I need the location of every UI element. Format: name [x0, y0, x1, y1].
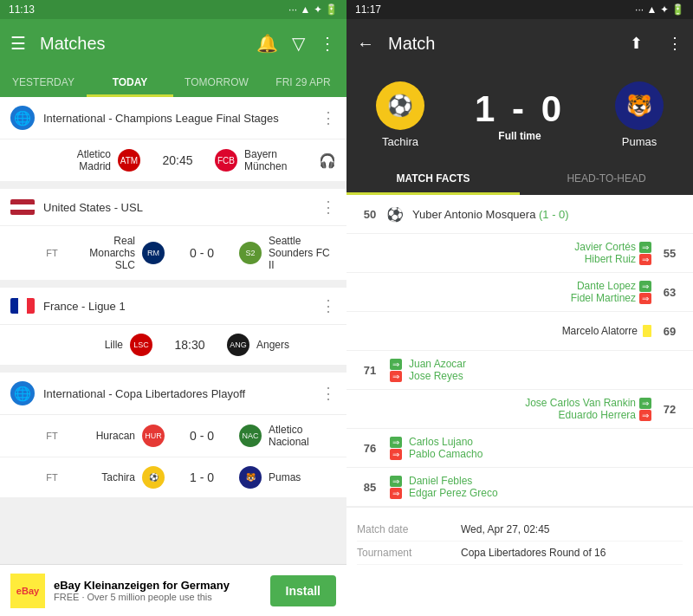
- match-row[interactable]: Lille LSC 18:30 ANG Angers: [0, 325, 346, 366]
- match-row[interactable]: Atletico Madrid ATM 20:45 FCB Bayern Mün…: [0, 139, 346, 182]
- tachira-crest: ⚽: [376, 81, 424, 130]
- info-row-date: Match date Wed, Apr 27, 02:45: [357, 518, 683, 541]
- hamburger-menu-icon[interactable]: ☰: [10, 33, 26, 54]
- player-martinez: Fidel Martinez: [571, 292, 636, 304]
- team-right-angers: Angers: [256, 339, 336, 351]
- fact-content-69: Marcelo Alatorre: [407, 325, 657, 337]
- status-icons-left: ··· ▲ ✦ 🔋: [288, 3, 338, 16]
- player-greco: Edgar Perez Greco: [409, 487, 498, 499]
- globe-icon: 🌐: [10, 106, 35, 130]
- tab-today[interactable]: TODAY: [87, 68, 173, 97]
- fact-row-goal-50: 50 ⚽ Yuber Antonio Mosquera (1 - 0): [346, 195, 693, 234]
- match-row[interactable]: FT Huracan HUR 0 - 0 NAC Atletico Nacion…: [0, 415, 346, 457]
- share-icon[interactable]: ⬆: [630, 34, 643, 53]
- fact-player-mosquera: Yuber Antonio Mosquera (1 - 0): [407, 208, 683, 221]
- league-name-usl: United States - USL: [43, 201, 312, 214]
- ad-subtitle: FREE · Over 5 million people use this: [54, 592, 262, 602]
- league-champions: 🌐 International - Champions League Final…: [0, 97, 346, 182]
- match-score-display: 1 - 0: [475, 88, 565, 130]
- player-reyes: Jose Reyes: [409, 370, 463, 382]
- fact-content-72: Jose Carlos Van Rankin ⇒ Eduardo Herrera…: [407, 397, 657, 421]
- tab-fri[interactable]: FRI 29 APR: [260, 68, 346, 97]
- sub-in-line-febles: ⇒ Daniel Febles: [390, 475, 472, 487]
- sub-out-line-greco: ⇒ Edgar Perez Greco: [390, 487, 498, 499]
- headphone-icon: 🎧: [319, 152, 336, 169]
- sub-out-line-martinez: Fidel Martinez ⇒: [571, 292, 651, 304]
- sub-out-line-ruiz: Hibert Ruiz ⇒: [585, 253, 651, 265]
- league-more-libertadores[interactable]: ⋮: [321, 384, 336, 403]
- player-alatorre: Marcelo Alatorre: [562, 325, 638, 337]
- league-more-champions[interactable]: ⋮: [321, 108, 336, 127]
- sub-out-arrow-reyes: ⇒: [390, 371, 402, 382]
- team-right-sounders: Seattle Sounders FC II: [269, 235, 336, 271]
- team-left-tachira: Tachira: [68, 471, 135, 483]
- match-score-tachira: 1 - 0: [172, 470, 232, 484]
- player-lujano: Carlos Lujano: [409, 436, 473, 448]
- small-tachira-logo: ⚽: [142, 466, 165, 489]
- back-button[interactable]: ←: [357, 34, 374, 54]
- app-title: Matches: [40, 34, 243, 54]
- team-left-atletico: Atletico Madrid: [43, 148, 111, 172]
- sub-in-arrow-vanrankin: ⇒: [639, 398, 651, 409]
- player-lopez: Dante Lopez: [577, 280, 636, 292]
- sub-in-arrow-lopez: ⇒: [639, 281, 651, 292]
- fact-row-sub-85: 85 ⇒ Daniel Febles ⇒ Edgar Perez Greco: [346, 468, 693, 507]
- tab-match-facts[interactable]: MATCH FACTS: [346, 162, 520, 195]
- league-more-usl[interactable]: ⋮: [321, 198, 336, 217]
- league-name-libertadores: International - Copa Libertadores Playof…: [43, 387, 312, 400]
- team-left-huracan: Huracan: [68, 430, 135, 442]
- more-options-icon[interactable]: ⋮: [319, 33, 336, 54]
- fact-minute-85: 85: [357, 481, 383, 494]
- league-more-ligue1[interactable]: ⋮: [321, 296, 336, 315]
- match-row[interactable]: FT Real Monarchs SLC RM 0 - 0 S2 Seattle…: [0, 226, 346, 281]
- team-right-nacional: Atletico Nacional: [269, 424, 336, 448]
- install-button[interactable]: Install: [270, 575, 336, 606]
- spacer: [383, 280, 407, 304]
- status-bar-left: 11:13 ··· ▲ ✦ 🔋: [0, 0, 346, 19]
- sub-out-arrow-ruiz: ⇒: [639, 254, 651, 265]
- status-bar-right: 11:17 ··· ▲ ✦ 🔋: [346, 0, 693, 19]
- team-left-lille: Lille: [43, 339, 123, 351]
- player-vanrankin: Jose Carlos Van Rankin: [525, 397, 636, 409]
- tab-tomorrow[interactable]: TOMORROW: [173, 68, 260, 97]
- sub-out-arrow-greco: ⇒: [390, 488, 402, 499]
- match-status-display: Full time: [475, 130, 565, 142]
- sub-out-line-herrera: Eduardo Herrera ⇒: [559, 409, 651, 421]
- tab-yesterday[interactable]: YESTERDAY: [0, 68, 87, 97]
- sub-in-arrow-azocar: ⇒: [390, 359, 402, 370]
- match-status-tachira: FT: [43, 472, 61, 483]
- league-name-champions: International - Champions League Final S…: [43, 112, 312, 125]
- player-febles: Daniel Febles: [409, 475, 472, 487]
- monarchs-logo: RM: [142, 242, 165, 264]
- league-header-champions: 🌐 International - Champions League Final…: [0, 97, 346, 139]
- player-cortes: Javier Cortés: [574, 241, 636, 253]
- league-usl: United States - USL ⋮ FT Real Monarchs S…: [0, 189, 346, 281]
- ad-title: eBay Kleinanzeigen for Germany: [54, 579, 262, 592]
- match-row[interactable]: FT Tachira ⚽ 1 - 0 🐯 Pumas: [0, 457, 346, 498]
- more-options-right-icon[interactable]: ⋮: [667, 34, 683, 53]
- sub-in-arrow-cortes: ⇒: [639, 242, 651, 253]
- pumas-crest: 🐯: [615, 81, 664, 130]
- fact-content-55: Javier Cortés ⇒ Hibert Ruiz ⇒: [407, 241, 657, 265]
- fact-content-63: Dante Lopez ⇒ Fidel Martinez ⇒: [407, 280, 657, 304]
- filter-icon[interactable]: ▽: [292, 33, 305, 54]
- right-panel: 11:17 ··· ▲ ✦ 🔋 ← Match ⬆ ⋮ ⚽ Tachira 1 …: [346, 0, 693, 616]
- facts-list: 50 ⚽ Yuber Antonio Mosquera (1 - 0) Javi…: [346, 195, 693, 616]
- spacer: [383, 319, 407, 343]
- team-right-bayern: Bayern München: [244, 148, 312, 172]
- tab-head-to-head[interactable]: HEAD-TO-HEAD: [520, 162, 693, 195]
- globe-icon-libertadores: 🌐: [10, 381, 35, 405]
- left-panel: 11:13 ··· ▲ ✦ 🔋 ☰ Matches 🔔 ▽ ⋮ YESTERDA…: [0, 0, 346, 616]
- sub-in-arrow-febles: ⇒: [390, 476, 402, 487]
- fact-row-sub-76: 76 ⇒ Carlos Lujano ⇒ Pablo Camacho: [346, 429, 693, 468]
- match-header: ⚽ Tachira 1 - 0 Full time 🐯 Pumas: [346, 68, 693, 162]
- sub-in-line-azocar: ⇒ Juan Azocar: [390, 358, 466, 370]
- sub-out-line-reyes: ⇒ Jose Reyes: [390, 370, 463, 382]
- notification-icon[interactable]: 🔔: [256, 33, 278, 54]
- match-time-atletico-bayern: 20:45: [147, 153, 208, 167]
- sub-out-arrow-herrera: ⇒: [639, 410, 651, 421]
- match-status-usl: FT: [43, 248, 61, 258]
- date-tabs: YESTERDAY TODAY TOMORROW FRI 29 APR: [0, 68, 346, 97]
- league-header-usl: United States - USL ⋮: [0, 189, 346, 226]
- fact-row-yellow-69: Marcelo Alatorre 69: [346, 312, 693, 351]
